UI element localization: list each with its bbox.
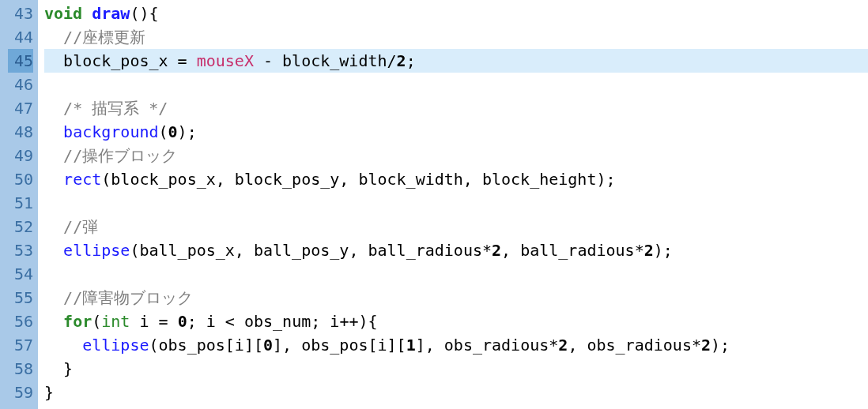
token-comment: //弾 bbox=[63, 217, 98, 236]
token-punct: ; bbox=[187, 312, 206, 331]
token-punct: , bbox=[349, 241, 368, 260]
token-ident: obs_pos bbox=[301, 336, 368, 355]
line-number: 57 bbox=[8, 333, 33, 357]
token-ident: obs_radious bbox=[587, 336, 691, 355]
indent bbox=[44, 217, 63, 236]
indent bbox=[44, 241, 63, 260]
token-ident: ball_pos_y bbox=[254, 241, 349, 260]
line-number: 55 bbox=[8, 286, 33, 310]
token-punct: , bbox=[501, 241, 520, 260]
space bbox=[187, 51, 197, 70]
token-ident: ball_radious bbox=[368, 241, 482, 260]
token-ident: obs_num bbox=[244, 312, 311, 331]
code-line[interactable]: block_pos_x = mouseX - block_width/2; bbox=[44, 49, 868, 73]
token-punct: * bbox=[549, 336, 558, 355]
code-line[interactable]: //弾 bbox=[44, 215, 868, 238]
token-punct: ); bbox=[178, 122, 197, 141]
token-comment: /* 描写系 */ bbox=[63, 99, 168, 118]
indent bbox=[44, 359, 63, 378]
code-line[interactable] bbox=[44, 191, 868, 215]
token-punct: * bbox=[635, 241, 644, 260]
code-line[interactable]: //座標更新 bbox=[44, 25, 868, 49]
token-ident: block_pos_y bbox=[235, 170, 339, 189]
line-number: 51 bbox=[8, 191, 33, 215]
token-number: 2 bbox=[397, 51, 406, 70]
code-line[interactable] bbox=[44, 73, 868, 96]
indent bbox=[44, 288, 63, 307]
space bbox=[216, 312, 225, 331]
indent bbox=[44, 336, 82, 355]
line-number: 43 bbox=[8, 2, 33, 25]
token-number: 0 bbox=[178, 312, 187, 331]
code-line[interactable] bbox=[44, 262, 868, 286]
code-line[interactable]: void draw(){ bbox=[44, 2, 868, 25]
code-editor[interactable]: 4344454647484950515253545556575859 void … bbox=[0, 0, 868, 409]
space bbox=[235, 312, 244, 331]
token-ident: block_width bbox=[358, 170, 462, 189]
token-number: 2 bbox=[558, 336, 568, 355]
token-punct: } bbox=[63, 359, 73, 378]
token-punct: / bbox=[387, 51, 397, 70]
line-number: 58 bbox=[8, 357, 33, 381]
token-keyword: for bbox=[63, 312, 92, 331]
indent bbox=[44, 99, 63, 118]
token-punct: ], bbox=[273, 336, 301, 355]
token-builtin: mouseX bbox=[197, 51, 254, 70]
token-punct: ; bbox=[406, 51, 416, 70]
space bbox=[130, 312, 139, 331]
token-number: 2 bbox=[701, 336, 711, 355]
line-number: 50 bbox=[8, 167, 33, 191]
token-punct: [ bbox=[225, 336, 235, 355]
token-func: ellipse bbox=[82, 336, 149, 355]
token-func: background bbox=[63, 122, 158, 141]
line-number: 53 bbox=[8, 238, 33, 262]
space bbox=[149, 312, 158, 331]
space bbox=[168, 51, 178, 70]
token-punct: ); bbox=[596, 170, 615, 189]
code-line[interactable]: for(int i = 0; i < obs_num; i++){ bbox=[44, 310, 868, 333]
token-punct: ][ bbox=[387, 336, 406, 355]
indent bbox=[44, 51, 63, 70]
token-punct: * bbox=[482, 241, 492, 260]
code-line[interactable]: //障害物ブロック bbox=[44, 286, 868, 310]
code-line[interactable]: ellipse(ball_pos_x, ball_pos_y, ball_rad… bbox=[44, 238, 868, 262]
token-ident: i bbox=[235, 336, 244, 355]
token-punct: , bbox=[568, 336, 587, 355]
token-number: 2 bbox=[492, 241, 501, 260]
token-ident: block_height bbox=[482, 170, 597, 189]
token-punct: ( bbox=[159, 122, 168, 141]
line-number: 49 bbox=[8, 144, 33, 167]
code-line[interactable]: rect(block_pos_x, block_pos_y, block_wid… bbox=[44, 167, 868, 191]
code-line[interactable]: //操作ブロック bbox=[44, 144, 868, 167]
token-punct: , bbox=[216, 170, 235, 189]
code-line[interactable]: background(0); bbox=[44, 120, 868, 144]
code-line[interactable]: } bbox=[44, 357, 868, 381]
token-func: ellipse bbox=[63, 241, 130, 260]
space bbox=[254, 51, 263, 70]
token-punct: ( bbox=[92, 312, 101, 331]
token-ident: block_pos_x bbox=[63, 51, 168, 70]
token-punct: ( bbox=[130, 241, 139, 260]
token-number: 1 bbox=[406, 336, 416, 355]
token-punct: , bbox=[235, 241, 254, 260]
token-punct: ], bbox=[416, 336, 444, 355]
token-punct: ++){ bbox=[339, 312, 377, 331]
space bbox=[168, 312, 178, 331]
space bbox=[82, 4, 92, 23]
token-ident: block_width bbox=[282, 51, 387, 70]
code-line[interactable]: } bbox=[44, 381, 868, 404]
token-ident: i bbox=[378, 336, 387, 355]
token-number: 0 bbox=[263, 336, 273, 355]
token-func: rect bbox=[63, 170, 101, 189]
line-number-gutter: 4344454647484950515253545556575859 bbox=[0, 0, 38, 409]
code-line[interactable]: /* 描写系 */ bbox=[44, 96, 868, 120]
token-punct: ][ bbox=[244, 336, 263, 355]
space bbox=[273, 51, 282, 70]
token-punct: , bbox=[339, 170, 358, 189]
token-punct: ( bbox=[101, 170, 111, 189]
token-funcdef: draw bbox=[92, 4, 130, 23]
code-area[interactable]: void draw(){ //座標更新 block_pos_x = mouseX… bbox=[38, 0, 868, 409]
token-punct: } bbox=[44, 383, 54, 402]
code-line[interactable]: ellipse(obs_pos[i][0], obs_pos[i][1], ob… bbox=[44, 333, 868, 357]
line-number: 45 bbox=[8, 49, 33, 73]
